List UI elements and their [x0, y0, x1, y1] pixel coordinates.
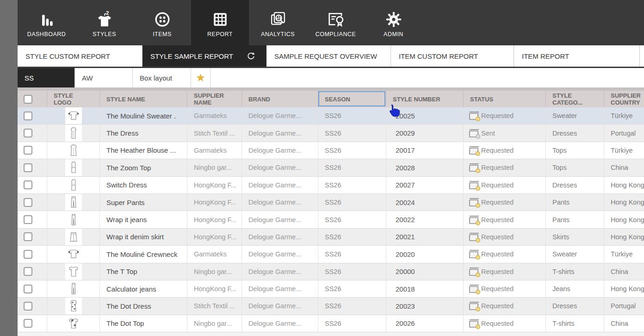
season-cell[interactable]: SS26	[318, 211, 386, 228]
season-cell[interactable]: SS26	[318, 194, 386, 211]
supplier-name-cell[interactable]: Garmateks	[187, 107, 242, 124]
style-number-cell[interactable]: 20023	[386, 298, 464, 314]
table-row[interactable]: Switch Dress HongKong F... Delogue Garme…	[18, 177, 644, 194]
season-cell[interactable]: SS26	[318, 263, 386, 280]
row-checkbox[interactable]	[24, 302, 32, 311]
favorite-button[interactable]: ★	[191, 68, 211, 87]
row-checkbox[interactable]	[24, 267, 32, 276]
style-name-cell[interactable]: The Mouliné Sweater .	[100, 107, 187, 124]
style-category-cell[interactable]: Skirts	[546, 229, 604, 245]
nav-item-dashboard[interactable]: DASHBOARD	[18, 0, 75, 45]
brand-cell[interactable]: Delogue Garme...	[242, 124, 318, 141]
brand-cell[interactable]: Delogue Garme...	[242, 107, 318, 124]
style-name-cell[interactable]: Wrap it denim skirt	[100, 229, 187, 245]
season-cell[interactable]: SS26	[318, 280, 386, 297]
col-header-supplier-name[interactable]: SUPPLIERNAME	[187, 91, 242, 107]
style-category-cell[interactable]: Pants	[546, 194, 604, 211]
supplier-country-cell[interactable]: Türkiye	[604, 246, 644, 262]
select-all-checkbox-cell[interactable]	[18, 91, 47, 107]
style-name-cell[interactable]: Wrap it jeans	[100, 211, 187, 228]
supplier-country-cell[interactable]: Portugal	[604, 298, 644, 314]
supplier-country-cell[interactable]: Türkiye	[604, 142, 644, 159]
status-cell[interactable]: Requested	[464, 229, 546, 245]
nav-item-styles[interactable]: 2 STYLES	[75, 0, 133, 45]
style-logo-cell[interactable]	[47, 211, 100, 228]
style-name-cell[interactable]: The Dress	[100, 124, 187, 141]
table-row[interactable]: The T Top Ningbo gar... Delogue Garme...…	[18, 263, 644, 280]
supplier-name-cell[interactable]: HongKong F...	[187, 229, 242, 245]
season-cell[interactable]: SS26	[318, 298, 386, 314]
tab-season-aw[interactable]: AW	[75, 68, 133, 87]
style-logo-cell[interactable]	[47, 280, 100, 297]
brand-cell[interactable]: Delogue Garme...	[242, 211, 318, 228]
style-name-cell[interactable]: The Zoom Top	[100, 159, 187, 176]
season-cell[interactable]: SS26	[318, 124, 386, 141]
tab-item-custom-report[interactable]: ITEM CUSTOM REPORT	[391, 45, 514, 67]
style-category-cell[interactable]: Sweater	[546, 246, 604, 262]
tab-sample-request-overview[interactable]: SAMPLE REQUEST OVERVIEW	[266, 45, 391, 67]
style-name-cell[interactable]: Switch Dress	[100, 177, 187, 193]
style-number-cell[interactable]: 20029	[386, 124, 464, 141]
col-header-season[interactable]: SEASON	[318, 91, 386, 107]
table-row[interactable]: Calculator jeans HongKong F... Delogue G…	[18, 280, 644, 298]
supplier-country-cell[interactable]: Hong Kong	[604, 211, 644, 228]
row-checkbox[interactable]	[24, 250, 32, 259]
status-cell[interactable]: Sent	[464, 124, 546, 141]
style-name-cell[interactable]: Calculator jeans	[100, 280, 187, 297]
brand-cell[interactable]: Delogue Garme...	[242, 142, 318, 159]
row-checkbox[interactable]	[24, 163, 32, 172]
style-name-cell[interactable]: The Mouliné Crewneck	[100, 246, 187, 262]
style-logo-cell[interactable]	[47, 315, 100, 332]
row-checkbox[interactable]	[24, 215, 32, 224]
supplier-name-cell[interactable]: HongKong F...	[187, 211, 242, 228]
supplier-name-cell[interactable]: Ningbo gar...	[187, 263, 242, 280]
tab-style-custom-report[interactable]: STYLE CUSTOM REPORT	[18, 45, 142, 67]
table-row[interactable]: The Mouliné Sweater . Garmateks Delogue …	[18, 107, 644, 124]
brand-cell[interactable]: Delogue Garme...	[242, 280, 318, 297]
style-number-cell[interactable]: 20028	[386, 159, 464, 176]
supplier-name-cell[interactable]: Ningbo gar...	[187, 159, 242, 176]
table-row[interactable]: The Dress Stitch Textil ... Delogue Garm…	[18, 124, 644, 142]
style-number-cell[interactable]: 20026	[386, 315, 464, 332]
season-cell[interactable]: SS26	[318, 246, 386, 262]
brand-cell[interactable]: Delogue Garme...	[242, 246, 318, 262]
table-row[interactable]: The Dot Dress Stitch Textil ... Delogue …	[18, 298, 644, 315]
row-checkbox-cell[interactable]	[18, 315, 47, 332]
nav-item-report[interactable]: REPORT	[191, 0, 249, 45]
style-logo-cell[interactable]	[47, 177, 100, 193]
status-cell[interactable]: Requested	[464, 315, 546, 332]
status-cell[interactable]: Requested	[464, 194, 546, 211]
style-logo-cell[interactable]	[47, 159, 100, 176]
table-row[interactable]: Wrap it denim skirt HongKong F... Delogu…	[18, 229, 644, 246]
row-checkbox-cell[interactable]	[18, 124, 47, 141]
nav-item-admin[interactable]: ADMIN	[365, 0, 422, 45]
row-checkbox[interactable]	[24, 319, 32, 328]
season-cell[interactable]: SS26	[318, 107, 386, 124]
supplier-name-cell[interactable]: Ningbo gar...	[187, 315, 242, 332]
season-cell[interactable]: SS26	[318, 159, 386, 176]
supplier-country-cell[interactable]: China	[604, 263, 644, 280]
supplier-country-cell[interactable]: Hong Kong	[604, 177, 644, 193]
row-checkbox-cell[interactable]	[18, 194, 47, 211]
style-logo-cell[interactable]	[47, 194, 100, 211]
row-checkbox[interactable]	[24, 232, 32, 241]
row-checkbox-cell[interactable]	[18, 142, 47, 159]
row-checkbox-cell[interactable]	[18, 177, 47, 193]
status-cell[interactable]: Requested	[464, 142, 546, 159]
style-name-cell[interactable]: The Dot Dress	[100, 298, 187, 314]
row-checkbox[interactable]	[24, 129, 32, 137]
col-header-style-category[interactable]: STYLECATEGO...	[546, 91, 604, 107]
style-logo-cell[interactable]	[47, 124, 100, 141]
col-header-style-name[interactable]: STYLE NAME	[100, 91, 187, 107]
style-category-cell[interactable]: T-shirts	[546, 315, 604, 332]
supplier-name-cell[interactable]: Garmateks	[187, 246, 242, 262]
style-category-cell[interactable]: Jeans	[546, 280, 604, 297]
table-top-scroll-band[interactable]	[18, 87, 644, 91]
table-row[interactable]: The Zoom Top Ningbo gar... Delogue Garme…	[18, 159, 644, 176]
table-row[interactable]: The Mouliné Crewneck Garmateks Delogue G…	[18, 246, 644, 263]
brand-cell[interactable]: Delogue Garme...	[242, 315, 318, 332]
table-row[interactable]: Super Pants HongKong F... Delogue Garme.…	[18, 194, 644, 211]
nav-item-items[interactable]: ITEMS	[133, 0, 191, 45]
season-cell[interactable]: SS26	[318, 229, 386, 245]
style-number-cell[interactable]: 20018	[386, 280, 464, 297]
